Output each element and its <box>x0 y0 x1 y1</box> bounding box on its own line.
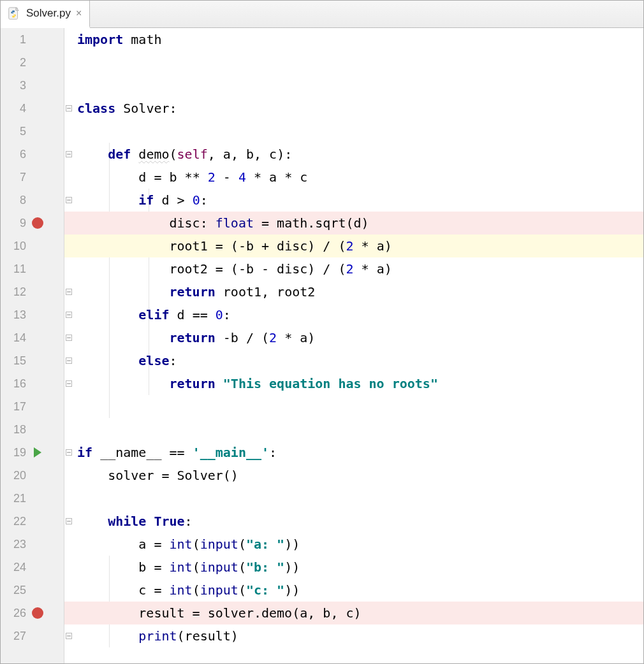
code-text[interactable]: else: <box>73 349 177 372</box>
code-line[interactable] <box>64 74 643 97</box>
gutter-row[interactable]: 9 <box>1 212 64 235</box>
code-text[interactable] <box>73 418 77 441</box>
code-text[interactable]: def demo(self, a, b, c): <box>73 143 292 166</box>
code-line[interactable]: return -b / (2 * a) <box>64 326 643 349</box>
code-line[interactable]: while True: <box>64 510 643 533</box>
gutter-row[interactable]: 1 <box>1 28 64 51</box>
code-line[interactable] <box>64 487 643 510</box>
gutter-row[interactable]: 17 <box>1 395 64 418</box>
code-line[interactable]: c = int(input("c: ")) <box>64 579 643 602</box>
file-tab[interactable]: Solver.py × <box>1 1 90 28</box>
gutter[interactable]: 1234567891011121314151617181920212223242… <box>1 28 64 663</box>
code-text[interactable]: while True: <box>73 510 193 533</box>
gutter-row[interactable]: 23 <box>1 533 64 556</box>
fold-toggle-icon[interactable] <box>64 518 73 524</box>
code-text[interactable] <box>73 74 77 97</box>
code-line[interactable]: root1 = (-b + disc) / (2 * a) <box>64 235 643 257</box>
code-text[interactable]: root1 = (-b + disc) / (2 * a) <box>73 235 392 257</box>
code-text[interactable] <box>73 120 77 143</box>
code-text[interactable]: import math <box>73 28 161 51</box>
code-text[interactable]: solver = Solver() <box>73 464 238 487</box>
fold-toggle-icon[interactable] <box>64 151 73 157</box>
gutter-row[interactable]: 3 <box>1 74 64 97</box>
code-text[interactable]: result = solver.demo(a, b, c) <box>73 602 362 624</box>
gutter-row[interactable]: 5 <box>1 120 64 143</box>
code-line[interactable]: return "This equation has no roots" <box>64 372 643 395</box>
gutter-row[interactable]: 27 <box>1 624 64 647</box>
fold-toggle-icon[interactable] <box>64 449 73 456</box>
code-text[interactable]: b = int(input("b: ")) <box>73 556 300 579</box>
code-line[interactable] <box>64 51 643 74</box>
line-number: 21 <box>6 492 26 505</box>
line-number: 26 <box>6 607 26 620</box>
run-icon[interactable] <box>30 447 45 458</box>
gutter-row[interactable]: 11 <box>1 257 64 280</box>
gutter-row[interactable]: 10 <box>1 235 64 257</box>
fold-toggle-icon[interactable] <box>64 357 73 364</box>
code-text[interactable] <box>73 487 77 510</box>
gutter-row[interactable]: 8 <box>1 189 64 212</box>
gutter-row[interactable]: 19 <box>1 441 64 464</box>
code-line[interactable]: if __name__ == '__main__': <box>64 441 643 464</box>
code-text[interactable]: return root1, root2 <box>73 280 315 303</box>
gutter-row[interactable]: 14 <box>1 326 64 349</box>
gutter-row[interactable]: 26 <box>1 602 64 624</box>
code-line[interactable]: elif d == 0: <box>64 303 643 326</box>
code-text[interactable]: a = int(input("a: ")) <box>73 533 300 556</box>
code-line[interactable]: solver = Solver() <box>64 464 643 487</box>
gutter-row[interactable]: 13 <box>1 303 64 326</box>
code-line[interactable]: root2 = (-b - disc) / (2 * a) <box>64 257 643 280</box>
gutter-row[interactable]: 2 <box>1 51 64 74</box>
code-text[interactable] <box>73 395 77 418</box>
close-tab-icon[interactable]: × <box>76 8 82 19</box>
gutter-row[interactable]: 12 <box>1 280 64 303</box>
code-line[interactable]: if d > 0: <box>64 189 643 212</box>
code-text[interactable]: disc: float = math.sqrt(d) <box>73 212 369 235</box>
code-line[interactable] <box>64 395 643 418</box>
code-line[interactable]: import math <box>64 28 643 51</box>
gutter-row[interactable]: 18 <box>1 418 64 441</box>
code-text[interactable]: elif d == 0: <box>73 303 231 326</box>
code-area[interactable]: import mathclass Solver: def demo(self, … <box>64 28 643 663</box>
fold-toggle-icon[interactable] <box>64 197 73 203</box>
code-text[interactable]: c = int(input("c: ")) <box>73 579 300 602</box>
code-line[interactable]: return root1, root2 <box>64 280 643 303</box>
gutter-row[interactable]: 6 <box>1 143 64 166</box>
code-line[interactable]: b = int(input("b: ")) <box>64 556 643 579</box>
code-editor[interactable]: 1234567891011121314151617181920212223242… <box>1 28 643 663</box>
code-line[interactable]: class Solver: <box>64 97 643 120</box>
code-line[interactable]: def demo(self, a, b, c): <box>64 143 643 166</box>
code-line[interactable]: result = solver.demo(a, b, c) <box>64 602 643 624</box>
code-line[interactable]: print(result) <box>64 624 643 647</box>
breakpoint-icon[interactable] <box>30 607 45 619</box>
code-text[interactable]: print(result) <box>73 624 238 647</box>
fold-end-icon <box>64 380 73 387</box>
code-text[interactable]: if d > 0: <box>73 189 208 212</box>
code-text[interactable]: d = b ** 2 - 4 * a * c <box>73 166 307 189</box>
code-line[interactable]: else: <box>64 349 643 372</box>
gutter-row[interactable]: 4 <box>1 97 64 120</box>
code-text[interactable]: root2 = (-b - disc) / (2 * a) <box>73 257 392 280</box>
code-line[interactable] <box>64 418 643 441</box>
code-text[interactable]: class Solver: <box>73 97 177 120</box>
fold-toggle-icon[interactable] <box>64 105 73 112</box>
code-line[interactable]: a = int(input("a: ")) <box>64 533 643 556</box>
gutter-row[interactable]: 21 <box>1 487 64 510</box>
code-text[interactable]: return "This equation has no roots" <box>73 372 438 395</box>
code-text[interactable]: if __name__ == '__main__': <box>73 441 277 464</box>
fold-toggle-icon[interactable] <box>64 312 73 318</box>
breakpoint-icon[interactable] <box>30 217 45 229</box>
gutter-row[interactable]: 22 <box>1 510 64 533</box>
code-line[interactable] <box>64 120 643 143</box>
gutter-row[interactable]: 15 <box>1 349 64 372</box>
gutter-row[interactable]: 25 <box>1 579 64 602</box>
gutter-row[interactable]: 7 <box>1 166 64 189</box>
gutter-row[interactable]: 24 <box>1 556 64 579</box>
code-line[interactable]: disc: float = math.sqrt(d) <box>64 212 643 235</box>
code-text[interactable] <box>73 51 77 74</box>
line-number: 1 <box>6 33 26 47</box>
code-text[interactable]: return -b / (2 * a) <box>73 326 315 349</box>
code-line[interactable]: d = b ** 2 - 4 * a * c <box>64 166 643 189</box>
gutter-row[interactable]: 16 <box>1 372 64 395</box>
gutter-row[interactable]: 20 <box>1 464 64 487</box>
